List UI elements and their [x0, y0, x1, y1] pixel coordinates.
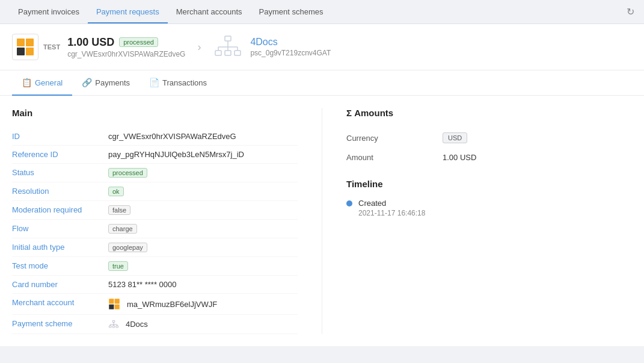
label-test-mode: Test mode [12, 261, 108, 270]
svg-rect-17 [112, 320, 115, 322]
left-column: Main ID cgr_VWEsxr0hrXVISPAWaRZEdveG Ref… [12, 108, 298, 334]
amount-value: 1.00 USD [67, 36, 114, 49]
svg-rect-6 [225, 51, 231, 55]
svg-rect-13 [109, 299, 114, 303]
merchant-id: psc_0g9vT219zcnv4GAT [250, 49, 331, 57]
field-row-flow: Flow charge [12, 220, 298, 238]
field-row-moderation: Moderation required false [12, 201, 298, 220]
value-payment-scheme: 4Docs [108, 319, 148, 329]
amount-label: Amount [346, 153, 443, 162]
svg-rect-0 [17, 39, 25, 46]
value-moderation: false [108, 205, 130, 215]
timeline-title: Timeline [346, 179, 632, 189]
right-column: Σ Amounts Currency USD Amount 1.00 USD T… [322, 108, 632, 334]
label-card-number: Card number [12, 280, 108, 289]
top-navigation: Payment invoices Payment requests Mercha… [0, 0, 644, 24]
field-row-auth-type: Initial auth type googlepay [12, 238, 298, 257]
value-card-number: 5123 81** **** 0000 [108, 280, 177, 289]
general-tab-icon: 📋 [22, 78, 32, 87]
header-section: TEST 1.00 USD processed cgr_VWEsxr0hrXVI… [0, 24, 644, 70]
label-moderation: Moderation required [12, 205, 108, 214]
network-icon-container [213, 35, 243, 59]
status-badge: processed [119, 37, 158, 47]
label-status: Status [12, 168, 108, 177]
nav-payment-invoices[interactable]: Payment invoices [10, 1, 88, 23]
amount-title: 1.00 USD processed [67, 36, 185, 49]
label-flow: Flow [12, 224, 108, 233]
field-row-status: Status processed [12, 164, 298, 182]
value-id: cgr_VWEsxr0hrXVISPAWaRZEdveG [108, 132, 236, 141]
field-row-merchant-account: Merchant account ma_WRmuzBF6elJjVWJF [12, 294, 298, 315]
value-status: processed [108, 168, 147, 178]
logo-svg [16, 37, 35, 57]
svg-rect-18 [109, 326, 111, 327]
tab-general[interactable]: 📋 General [12, 70, 72, 96]
timeline-event-block: Created 2021-11-17 16:46:18 [358, 199, 425, 217]
nav-payment-schemes[interactable]: Payment schemes [251, 1, 332, 23]
field-row-card-number: Card number 5123 81** **** 0000 [12, 276, 298, 294]
value-flow: charge [108, 224, 137, 234]
tab-payments[interactable]: 🔗 Payments [72, 70, 140, 96]
field-row-test-mode: Test mode true [12, 257, 298, 276]
tabs-bar: 📋 General 🔗 Payments 📄 Transactions [0, 70, 644, 96]
field-row-id: ID cgr_VWEsxr0hrXVISPAWaRZEdveG [12, 128, 298, 146]
timeline-item-0: Created 2021-11-17 16:46:18 [346, 199, 632, 217]
nav-payment-requests[interactable]: Payment requests [88, 1, 168, 23]
logo [12, 34, 38, 60]
merchant-name[interactable]: 4Docs [250, 37, 331, 48]
tab-transactions[interactable]: 📄 Transactions [140, 70, 216, 96]
main-section-title: Main [12, 108, 298, 118]
svg-rect-20 [116, 326, 118, 327]
network-svg [213, 35, 243, 59]
timeline-dot [346, 200, 352, 206]
transactions-tab-icon: 📄 [149, 78, 159, 87]
payments-tab-icon: 🔗 [82, 78, 92, 87]
label-payment-scheme: Payment scheme [12, 319, 108, 328]
timeline-section: Timeline Created 2021-11-17 16:46:18 [346, 179, 632, 217]
field-row-reference-id: Reference ID pay_pgRYHqNJUlQeb3LeN5Mrsx7… [12, 146, 298, 164]
value-reference-id: pay_pgRYHqNJUlQeb3LeN5Mrsx7j_iD [108, 150, 244, 159]
header-ref-id: cgr_VWEsxr0hrXVISPAWaRZEdveG [67, 50, 185, 58]
payment-scheme-name: 4Docs [126, 320, 148, 329]
value-resolution: ok [108, 187, 124, 196]
svg-rect-7 [235, 51, 241, 55]
refresh-icon[interactable]: ↻ [627, 6, 634, 17]
label-auth-type: Initial auth type [12, 243, 108, 252]
label-resolution: Resolution [12, 187, 108, 196]
amounts-section-title: Σ Amounts [346, 108, 632, 118]
amounts-currency-row: Currency USD [346, 128, 632, 148]
tab-payments-label: Payments [95, 78, 130, 87]
field-row-payment-scheme: Payment scheme 4Docs [12, 315, 298, 334]
currency-value: USD [443, 132, 467, 143]
svg-rect-3 [26, 48, 34, 55]
value-auth-type: googlepay [108, 243, 147, 252]
svg-rect-16 [115, 305, 120, 309]
arrow-icon: › [197, 41, 201, 54]
svg-rect-4 [225, 36, 231, 41]
main-content: Main ID cgr_VWEsxr0hrXVISPAWaRZEdveG Ref… [0, 96, 644, 346]
label-merchant-account: Merchant account [12, 298, 108, 307]
merchant-account-mini-logo [108, 298, 123, 310]
value-merchant-account: ma_WRmuzBF6elJjVWJF [108, 298, 217, 310]
merchant-info: 4Docs psc_0g9vT219zcnv4GAT [250, 37, 331, 57]
amounts-amount-row: Amount 1.00 USD [346, 148, 632, 167]
amount-value-right: 1.00 USD [443, 153, 476, 162]
sigma-icon: Σ [346, 108, 354, 118]
payment-scheme-icon [108, 319, 122, 329]
svg-rect-2 [17, 48, 25, 55]
tab-transactions-label: Transactions [162, 78, 207, 87]
svg-rect-15 [109, 305, 114, 309]
svg-rect-1 [26, 39, 34, 46]
field-row-resolution: Resolution ok [12, 182, 298, 201]
logo-label: TEST [43, 43, 60, 51]
nav-merchant-accounts[interactable]: Merchant accounts [168, 1, 251, 23]
value-test-mode: true [108, 261, 128, 271]
svg-rect-14 [115, 299, 120, 303]
timeline-event-date: 2021-11-17 16:46:18 [358, 209, 425, 217]
currency-label: Currency [346, 134, 443, 143]
timeline-event-text: Created [358, 199, 425, 208]
svg-rect-19 [112, 326, 115, 327]
tab-general-label: General [35, 78, 63, 87]
label-reference-id: Reference ID [12, 150, 108, 159]
svg-rect-5 [215, 51, 221, 55]
